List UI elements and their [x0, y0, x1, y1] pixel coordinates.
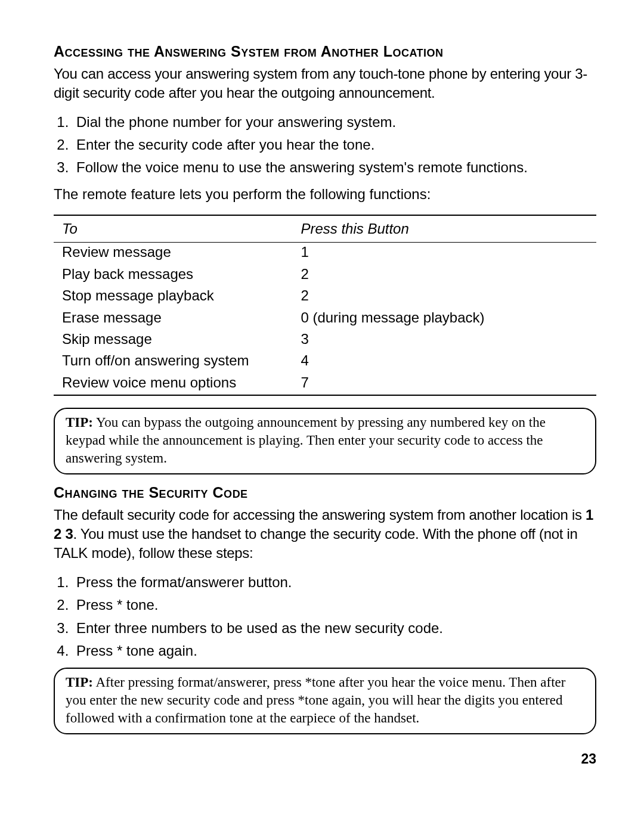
table-header-button: Press this Button — [292, 215, 596, 243]
intro-accessing: You can access your answering system fro… — [54, 64, 596, 103]
list-item: Enter three numbers to be used as the ne… — [73, 619, 596, 638]
intro-post: . You must use the handset to change the… — [54, 526, 578, 561]
table-row: Play back messages 2 — [54, 265, 596, 286]
intro-pre: The default security code for accessing … — [54, 507, 586, 523]
tip-label: TIP: — [66, 415, 93, 430]
table-cell: 2 — [292, 286, 596, 308]
table-cell: 7 — [292, 373, 596, 395]
table-cell: 2 — [292, 265, 596, 286]
after-steps-text: The remote feature lets you perform the … — [54, 185, 596, 204]
tip-box-format-answerer: TIP: After pressing format/answerer, pre… — [54, 668, 596, 734]
table-cell: Stop message playback — [54, 286, 292, 308]
table-cell: Skip message — [54, 330, 292, 351]
tip-text: After pressing format/answerer, press *t… — [66, 675, 566, 725]
table-row: Erase message 0 (during message playback… — [54, 308, 596, 330]
steps-security-code: Press the format/answerer button. Press … — [54, 573, 596, 661]
table-row: Review message 1 — [54, 243, 596, 265]
heading-accessing: Accessing the Answering System from Anot… — [54, 42, 596, 62]
table-row: Stop message playback 2 — [54, 286, 596, 308]
tip-box-bypass: TIP: You can bypass the outgoing announc… — [54, 408, 596, 474]
table-row: Turn off/on answering system 4 — [54, 351, 596, 373]
table-cell: 4 — [292, 351, 596, 373]
table-cell: 3 — [292, 330, 596, 351]
table-row: Review voice menu options 7 — [54, 373, 596, 395]
tip-text: You can bypass the outgoing announcement… — [66, 415, 546, 466]
table-cell: Play back messages — [54, 265, 292, 286]
table-cell: Erase message — [54, 308, 292, 330]
table-cell: 1 — [292, 243, 596, 265]
table-header-to: To — [54, 215, 292, 243]
heading-security-code: Changing the Security Code — [54, 483, 596, 503]
table-cell: 0 (during message playback) — [292, 308, 596, 330]
list-item: Enter the security code after you hear t… — [73, 135, 596, 154]
steps-accessing: Dial the phone number for your answering… — [54, 113, 596, 178]
list-item: Press the format/answerer button. — [73, 573, 596, 592]
list-item: Dial the phone number for your answering… — [73, 113, 596, 132]
table-cell: Review message — [54, 243, 292, 265]
intro-security-code: The default security code for accessing … — [54, 505, 596, 563]
list-item: Press * tone again. — [73, 641, 596, 660]
table-cell: Review voice menu options — [54, 373, 292, 395]
list-item: Press * tone. — [73, 595, 596, 615]
table-row: Skip message 3 — [54, 330, 596, 351]
list-item: Follow the voice menu to use the answeri… — [73, 158, 596, 177]
page-number: 23 — [54, 750, 596, 768]
remote-functions-table: To Press this Button Review message 1 Pl… — [54, 215, 596, 396]
table-cell: Turn off/on answering system — [54, 351, 292, 373]
tip-label: TIP: — [66, 675, 93, 690]
